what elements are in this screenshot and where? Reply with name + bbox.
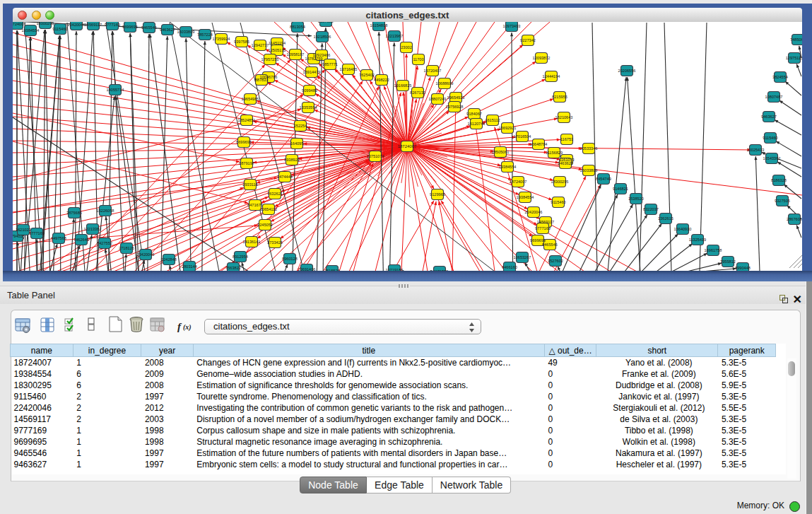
svg-text:9699695: 9699695 bbox=[122, 25, 138, 29]
svg-text:12923466: 12923466 bbox=[313, 53, 331, 57]
svg-text:1615112: 1615112 bbox=[485, 118, 500, 122]
svg-text:9242848: 9242848 bbox=[161, 257, 177, 262]
svg-text:15226058: 15226058 bbox=[97, 209, 114, 213]
svg-text:16543362: 16543362 bbox=[763, 156, 781, 160]
svg-text:23002: 23002 bbox=[401, 45, 412, 49]
svg-text:12975115: 12975115 bbox=[786, 56, 802, 60]
svg-text:7857224: 7857224 bbox=[197, 33, 213, 37]
svg-text:13716485: 13716485 bbox=[340, 67, 358, 71]
svg-text:7462646: 7462646 bbox=[73, 238, 89, 242]
svg-text:8990448: 8990448 bbox=[735, 266, 751, 270]
svg-text:8267130: 8267130 bbox=[410, 90, 425, 95]
svg-text:1527602: 1527602 bbox=[548, 259, 563, 263]
svg-text:16961758: 16961758 bbox=[705, 248, 722, 252]
svg-text:9227342: 9227342 bbox=[520, 38, 536, 42]
svg-text:18724007: 18724007 bbox=[510, 180, 527, 184]
svg-text:20206556: 20206556 bbox=[618, 69, 636, 73]
svg-text:15640910: 15640910 bbox=[674, 227, 692, 231]
svg-text:7485063: 7485063 bbox=[790, 37, 802, 42]
svg-text:6879197: 6879197 bbox=[239, 161, 254, 165]
svg-text:22420046: 22420046 bbox=[525, 210, 543, 214]
svg-text:6497568: 6497568 bbox=[51, 236, 66, 240]
svg-text:9115460: 9115460 bbox=[763, 136, 777, 140]
svg-text:10958187: 10958187 bbox=[287, 52, 305, 57]
svg-text:9129966: 9129966 bbox=[430, 192, 445, 197]
svg-text:16648784: 16648784 bbox=[530, 142, 548, 146]
svg-text:9777169: 9777169 bbox=[29, 231, 45, 235]
svg-text:9184067: 9184067 bbox=[466, 112, 482, 116]
svg-text:10807487: 10807487 bbox=[765, 95, 783, 99]
svg-text:9327505: 9327505 bbox=[775, 199, 790, 203]
svg-text:7563822: 7563822 bbox=[225, 266, 241, 270]
svg-text:16210643: 16210643 bbox=[555, 115, 573, 119]
svg-text:20533346: 20533346 bbox=[580, 146, 598, 151]
svg-text:19654923: 19654923 bbox=[447, 95, 465, 100]
svg-text:19756928: 19756928 bbox=[446, 105, 464, 109]
svg-text:2803144: 2803144 bbox=[182, 264, 197, 269]
svg-text:19166825: 19166825 bbox=[394, 83, 412, 88]
svg-text:3824554: 3824554 bbox=[772, 75, 788, 79]
svg-text:22420046: 22420046 bbox=[68, 23, 86, 27]
svg-text:17957255: 17957255 bbox=[261, 57, 279, 62]
svg-text:15692921: 15692921 bbox=[499, 126, 517, 130]
svg-text:18724007: 18724007 bbox=[398, 144, 417, 148]
svg-text:2933114: 2933114 bbox=[242, 182, 257, 187]
svg-text:15720407: 15720407 bbox=[424, 69, 442, 73]
svg-text:164095: 164095 bbox=[290, 141, 304, 146]
svg-text:1538520: 1538520 bbox=[628, 197, 644, 201]
svg-text:11156829: 11156829 bbox=[546, 151, 563, 155]
svg-text:887833: 887833 bbox=[255, 78, 269, 82]
svg-text:20691406: 20691406 bbox=[298, 267, 316, 271]
svg-text:8215955: 8215955 bbox=[552, 95, 567, 99]
svg-text:16033809: 16033809 bbox=[177, 30, 195, 34]
svg-text:9777169: 9777169 bbox=[105, 23, 120, 27]
svg-text:17016504: 17016504 bbox=[514, 134, 531, 139]
svg-text:23420046: 23420046 bbox=[137, 252, 155, 257]
svg-text:3875685: 3875685 bbox=[66, 211, 82, 215]
svg-text:6794028: 6794028 bbox=[13, 234, 25, 238]
svg-text:19384554: 19384554 bbox=[22, 28, 40, 33]
svg-text:9463627: 9463627 bbox=[558, 161, 573, 165]
svg-text:16033809: 16033809 bbox=[580, 168, 598, 173]
svg-text:11325419: 11325419 bbox=[689, 238, 706, 242]
svg-text:8912954: 8912954 bbox=[233, 255, 248, 259]
svg-text:11451194: 11451194 bbox=[269, 41, 286, 45]
svg-text:16154808: 16154808 bbox=[370, 23, 388, 28]
svg-text:18300295: 18300295 bbox=[37, 22, 54, 25]
svg-text:9465546: 9465546 bbox=[542, 243, 558, 247]
svg-text:9463627: 9463627 bbox=[160, 28, 175, 32]
svg-text:18724007: 18724007 bbox=[13, 22, 25, 26]
svg-text:8322037: 8322037 bbox=[643, 207, 659, 211]
svg-text:7625402: 7625402 bbox=[359, 73, 375, 77]
svg-text:1733426: 1733426 bbox=[267, 240, 283, 245]
svg-text:9463627: 9463627 bbox=[761, 115, 777, 119]
svg-text:18807249: 18807249 bbox=[429, 97, 447, 101]
svg-text:9857771: 9857771 bbox=[322, 62, 338, 66]
svg-text:2867608: 2867608 bbox=[787, 217, 802, 221]
svg-text:8960128: 8960128 bbox=[282, 257, 298, 261]
svg-text:10025433: 10025433 bbox=[747, 148, 765, 152]
svg-text:8938923: 8938923 bbox=[284, 158, 300, 162]
svg-text:18524851: 18524851 bbox=[238, 118, 256, 122]
svg-text:16120746: 16120746 bbox=[468, 122, 486, 126]
svg-text:7955812: 7955812 bbox=[720, 259, 736, 264]
svg-text:14569117: 14569117 bbox=[85, 23, 102, 27]
svg-text:14136141: 14136141 bbox=[243, 240, 261, 244]
svg-text:18505061: 18505061 bbox=[492, 150, 510, 154]
svg-text:f: f bbox=[177, 321, 182, 332]
svg-text:9115460: 9115460 bbox=[52, 27, 67, 31]
svg-text:12505135: 12505135 bbox=[269, 48, 286, 52]
svg-text:4498222: 4498222 bbox=[374, 78, 389, 82]
svg-text:10973493: 10973493 bbox=[503, 24, 521, 28]
svg-text:6466160: 6466160 bbox=[502, 265, 517, 269]
svg-text:1362615: 1362615 bbox=[658, 216, 673, 221]
svg-text:10654112: 10654112 bbox=[260, 207, 277, 211]
svg-text:9397585: 9397585 bbox=[234, 40, 249, 44]
svg-text:7515526: 7515526 bbox=[324, 269, 340, 271]
svg-text:9465546: 9465546 bbox=[141, 25, 157, 30]
svg-text:9115460: 9115460 bbox=[551, 200, 565, 204]
svg-text:10688609: 10688609 bbox=[436, 81, 454, 86]
svg-text:16671355: 16671355 bbox=[431, 269, 449, 271]
svg-text:12444194: 12444194 bbox=[543, 74, 560, 78]
svg-text:9777169: 9777169 bbox=[535, 226, 551, 230]
